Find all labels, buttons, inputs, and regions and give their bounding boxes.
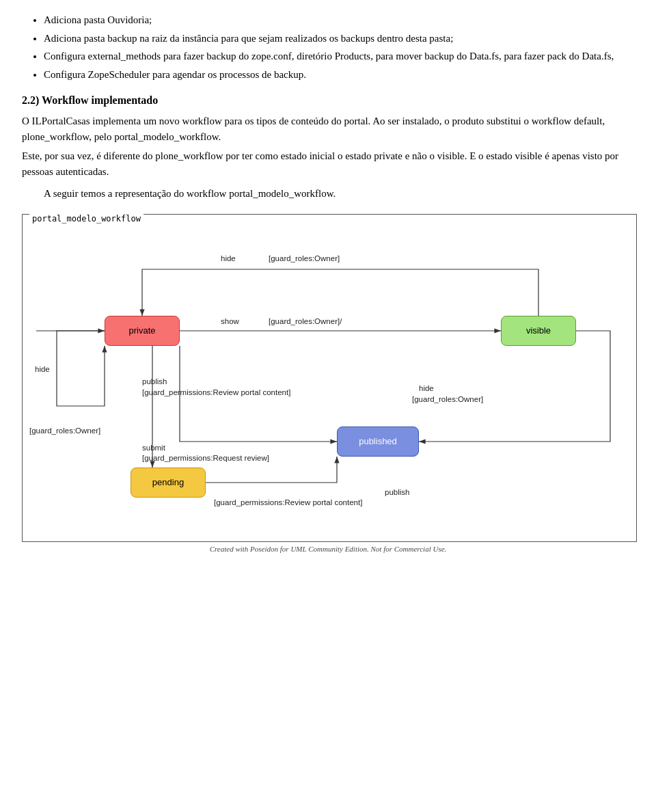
state-published: published xyxy=(337,427,419,457)
bullet-3: Configura external_methods para fazer ba… xyxy=(44,49,634,64)
label-guard-owner-show: [guard_roles:Owner]/ xyxy=(269,317,342,325)
label-guard-owner-top: [guard_roles:Owner] xyxy=(269,254,340,262)
bullet-2: Adiciona pasta backup na raiz da instânc… xyxy=(44,31,634,46)
label-hide-right: hide xyxy=(419,384,434,392)
label-show: show xyxy=(221,317,239,325)
workflow-diagram: portal_modelo_workflow private visible p… xyxy=(22,214,637,542)
label-guard-owner-left: [guard_roles:Owner] xyxy=(29,427,100,435)
diagram-footer: Created with Poseidon for UML Community … xyxy=(22,545,634,553)
arrows-svg xyxy=(23,215,636,541)
paragraph-2: Este, por sua vez, é diferente do plone_… xyxy=(22,148,634,179)
state-pending: pending xyxy=(131,468,206,498)
label-publish-bottom: publish xyxy=(385,488,409,496)
bullet-4: Configura ZopeScheduler para agendar os … xyxy=(44,67,634,83)
label-guard-perm-publish: [guard_permissions:Review portal content… xyxy=(142,388,290,396)
label-publish: publish xyxy=(142,377,167,385)
label-guard-perm-submit: [guard_permissions:Request review] xyxy=(142,454,269,462)
paragraph-3: A seguir temos a representação do workfl… xyxy=(44,186,634,202)
intro-bullets: Adiciona pasta Ouvidoria; Adiciona pasta… xyxy=(22,12,634,82)
diagram-label: portal_modelo_workflow xyxy=(29,214,144,224)
paragraph-1: O ILPortalCasas implementa um novo workf… xyxy=(22,113,634,144)
label-hide-left: hide xyxy=(35,365,50,373)
state-private: private xyxy=(105,316,180,346)
section-heading: 2.2) Workflow implementado xyxy=(22,94,634,107)
state-visible: visible xyxy=(501,316,576,346)
bullet-1: Adiciona pasta Ouvidoria; xyxy=(44,12,634,28)
label-guard-perm-publish2: [guard_permissions:Review portal content… xyxy=(214,498,362,506)
label-hide-top: hide xyxy=(221,254,236,262)
label-submit: submit xyxy=(142,444,165,452)
label-guard-owner-right: [guard_roles:Owner] xyxy=(412,395,483,403)
